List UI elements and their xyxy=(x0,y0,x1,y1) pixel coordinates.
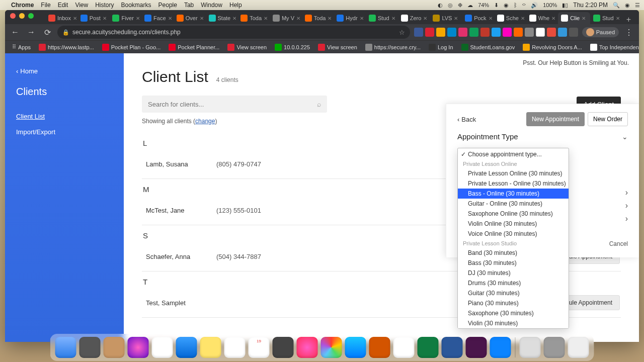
dock-app-mail[interactable] xyxy=(224,337,246,358)
extension-icon[interactable] xyxy=(558,28,567,37)
chrome-menu-button[interactable]: ⋮ xyxy=(623,28,635,37)
reload-button[interactable]: ⟳ xyxy=(41,26,53,38)
browser-tab[interactable]: Face✕ xyxy=(141,12,174,24)
maximize-window-button[interactable] xyxy=(28,13,34,19)
extension-icon[interactable] xyxy=(503,28,512,37)
bookmark-item[interactable]: StudentLoans.gov xyxy=(458,43,518,52)
dock-app-appstore[interactable] xyxy=(345,337,366,358)
minimize-window-button[interactable] xyxy=(19,13,25,19)
menu-people[interactable]: People xyxy=(158,2,177,9)
volume-icon[interactable]: 🔊 xyxy=(531,2,538,9)
bookmark-item[interactable]: View screen xyxy=(315,43,360,52)
close-tab-icon[interactable]: ✕ xyxy=(423,16,427,21)
dropdown-option[interactable]: Private Lesson - Online (30 minutes) xyxy=(458,178,569,189)
browser-tab[interactable]: Stud✕ xyxy=(366,12,398,24)
dock-app-photos[interactable] xyxy=(321,337,342,358)
cancel-link[interactable]: Cancel xyxy=(609,240,628,247)
dock-app-finder[interactable] xyxy=(55,337,76,358)
search-box[interactable]: ⌕ xyxy=(142,96,327,113)
browser-tab[interactable]: Clie✕ xyxy=(558,12,590,24)
menu-bookmarks[interactable]: Bookmarks xyxy=(121,2,151,9)
dock-app[interactable] xyxy=(544,337,565,358)
dropdown-option[interactable]: Band (30 minutes) xyxy=(458,248,569,258)
dropdown-option[interactable]: DJ (30 minutes) xyxy=(458,268,569,278)
close-tab-icon[interactable]: ✕ xyxy=(73,16,77,21)
dock-app-textedit[interactable] xyxy=(152,337,173,358)
close-tab-icon[interactable]: ✕ xyxy=(200,16,204,21)
browser-tab[interactable]: Post✕ xyxy=(77,12,110,24)
bluetooth-icon[interactable]: ᛒ xyxy=(514,2,517,8)
browser-tab[interactable]: Toda✕ xyxy=(302,12,334,24)
menu-window[interactable]: Window xyxy=(201,2,222,9)
siri-icon[interactable]: ◉ xyxy=(625,2,630,9)
bookmark-item[interactable]: Pocket Plan - Goo... xyxy=(99,43,164,52)
browser-tab[interactable]: Hydr✕ xyxy=(334,12,366,24)
browser-tab[interactable]: My V✕ xyxy=(270,12,302,24)
close-tab-icon[interactable]: ✕ xyxy=(360,16,364,21)
bookmark-item[interactable]: Top Independent... xyxy=(587,43,639,52)
menu-history[interactable]: History xyxy=(95,2,114,9)
dock-app-contacts[interactable] xyxy=(104,337,125,358)
new-order-button[interactable]: New Order xyxy=(588,112,628,126)
showing-change-link[interactable]: change xyxy=(195,118,215,125)
dock-app-notes[interactable] xyxy=(200,337,221,358)
sidebar-item-client-list[interactable]: Client List xyxy=(5,109,124,124)
dropdown-option[interactable]: Drums (30 minutes) xyxy=(458,278,569,288)
menu-app-name[interactable]: Chrome xyxy=(11,2,34,9)
close-tab-icon[interactable]: ✕ xyxy=(328,16,332,21)
extension-icon[interactable] xyxy=(425,28,434,37)
close-tab-icon[interactable]: ✕ xyxy=(103,16,107,21)
dock-app-excel[interactable] xyxy=(418,337,439,358)
search-input[interactable] xyxy=(148,101,317,108)
url-field[interactable]: 🔒 secure.acuityscheduling.com/clients.ph… xyxy=(57,26,410,39)
bookmark-item[interactable]: Revolving Doors A... xyxy=(520,43,585,52)
dock-app-launchpad[interactable] xyxy=(79,337,101,358)
bookmark-item[interactable]: View screen xyxy=(224,43,270,52)
menubar-clock[interactable]: Thu 2:20 PM xyxy=(573,2,608,9)
dropdown-menu[interactable]: Choose appointment type...Private Lesson… xyxy=(457,148,569,329)
close-tab-icon[interactable]: ✕ xyxy=(136,16,140,21)
browser-tab[interactable]: State✕ xyxy=(206,12,238,24)
dropdown-option[interactable]: Private Lesson Online (30 minutes) xyxy=(458,168,569,178)
browser-tab[interactable]: LVS✕ xyxy=(430,12,462,24)
new-appointment-button[interactable]: New Appointment xyxy=(526,112,585,126)
menu-file[interactable]: File xyxy=(41,2,50,9)
extension-icon[interactable] xyxy=(480,28,490,37)
extension-icon[interactable] xyxy=(514,28,523,37)
menu-help[interactable]: Help xyxy=(229,2,242,9)
browser-tab[interactable]: Zero✕ xyxy=(398,12,430,24)
extension-icon[interactable] xyxy=(536,28,545,37)
dropdown-option[interactable]: Guitar - Online (30 minutes) xyxy=(458,199,569,209)
dock-app-chrome[interactable] xyxy=(393,337,415,358)
close-tab-icon[interactable]: ✕ xyxy=(296,16,300,21)
extension-icon[interactable] xyxy=(469,28,478,37)
browser-tab[interactable]: Inbox✕ xyxy=(45,12,77,24)
bookmark-item[interactable]: Pocket Planner... xyxy=(166,43,222,52)
dock-app-slack[interactable] xyxy=(466,337,487,358)
menubar-icon[interactable]: ◉ xyxy=(504,2,509,9)
bookmark-star-icon[interactable]: ☆ xyxy=(399,29,405,36)
forward-button[interactable]: → xyxy=(25,26,37,38)
bookmark-item[interactable]: Log In xyxy=(426,43,456,52)
close-tab-icon[interactable]: ✕ xyxy=(391,16,395,21)
new-tab-button[interactable]: + xyxy=(622,15,635,24)
extension-icon[interactable] xyxy=(458,28,467,37)
dropdown-option[interactable]: Bass (30 minutes) xyxy=(458,258,569,268)
bookmark-item[interactable]: ⠿Apps xyxy=(9,43,34,51)
dock-app-word[interactable] xyxy=(442,337,463,358)
dock-app[interactable] xyxy=(369,337,390,358)
menubar-icon[interactable]: ☁ xyxy=(467,2,473,9)
dropbox-icon[interactable]: ⬇ xyxy=(494,2,499,9)
extension-icon[interactable] xyxy=(547,28,556,37)
browser-tab[interactable]: Over✕ xyxy=(174,12,206,24)
close-tab-icon[interactable]: ✕ xyxy=(582,16,586,21)
dock-app-music[interactable] xyxy=(297,337,318,358)
bookmark-item[interactable]: https://secure.cry... xyxy=(362,43,424,52)
dock-app-safari[interactable] xyxy=(176,337,197,358)
dock-trash-icon[interactable] xyxy=(568,337,589,358)
sidebar-home-link[interactable]: ‹ Home xyxy=(5,63,124,79)
menubar-icon[interactable]: ◐ xyxy=(438,2,443,9)
bookmark-item[interactable]: 10.0.0.225 xyxy=(272,43,313,52)
browser-tab[interactable]: Toda✕ xyxy=(237,12,270,24)
profile-paused-pill[interactable]: Paused xyxy=(582,27,619,37)
